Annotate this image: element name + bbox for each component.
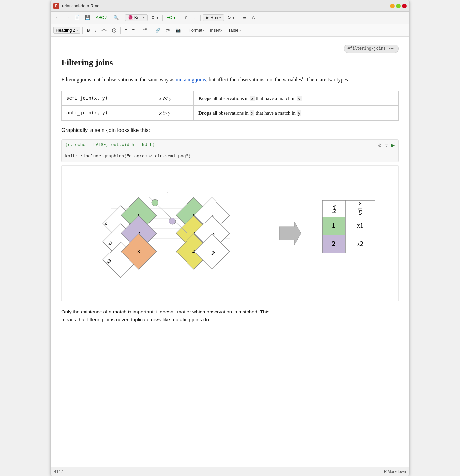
- main-toolbar: ← → 📄 💾 ABC✓ 🔍 🧶 Knit ▾ ⚙ ▾ +C ▾ ⇧ ⇩ ▶ R…: [51, 12, 409, 24]
- knit-button[interactable]: 🧶 Knit ▾: [125, 14, 148, 21]
- ordered-list-button[interactable]: ≡1: [130, 27, 139, 34]
- close-button[interactable]: [402, 4, 407, 8]
- italic-button[interactable]: I: [93, 27, 99, 34]
- down-button[interactable]: ⇩: [191, 14, 198, 21]
- knit-icon: 🧶: [128, 15, 133, 20]
- semi-join-code: semi_join(x, y): [62, 91, 155, 105]
- minimize-button[interactable]: [390, 4, 395, 8]
- content-area: #filtering-joins ••• Filtering joins Fil…: [51, 37, 409, 467]
- heading-label: Heading 2: [56, 28, 75, 33]
- table-dropdown-arrow: ▾: [239, 29, 241, 32]
- heading-dropdown-arrow: ▾: [76, 29, 78, 32]
- semi-join-svg: x1 x2 x3: [85, 172, 256, 294]
- reload-button[interactable]: ↻ ▾: [225, 14, 237, 21]
- fmt-sep-1: [82, 27, 83, 34]
- join-operations-table: semi_join(x, y) x ⋉ y Keeps all observat…: [61, 91, 399, 121]
- page-title: Filtering joins: [61, 56, 399, 70]
- svg-text:2: 2: [332, 239, 336, 248]
- heading-select[interactable]: Heading 2 ▾: [53, 27, 80, 34]
- link-button[interactable]: 🔗: [153, 27, 162, 34]
- code-down-button[interactable]: ▿: [384, 142, 388, 148]
- find-button[interactable]: 🔍: [111, 14, 121, 21]
- code-run-button[interactable]: ▶: [390, 142, 396, 149]
- bold-button[interactable]: B: [85, 27, 92, 34]
- forward-button[interactable]: →: [63, 14, 71, 21]
- svg-text:key: key: [331, 204, 337, 213]
- run-button[interactable]: ▶ Run ▾: [203, 14, 224, 21]
- list-view-button[interactable]: ☰: [241, 14, 249, 21]
- insert-menu-button[interactable]: Insert ▾: [208, 27, 225, 34]
- font-button[interactable]: A: [250, 14, 257, 21]
- separator-3: [180, 15, 180, 21]
- mutating-joins-link[interactable]: mutating joins: [176, 77, 206, 82]
- table-row: semi_join(x, y) x ⋉ y Keeps all observat…: [62, 91, 399, 105]
- knit-label: Knit: [134, 15, 142, 20]
- code-button[interactable]: <>: [100, 27, 109, 34]
- spellcheck-button[interactable]: ABC✓: [94, 14, 110, 21]
- window-controls: [390, 4, 407, 8]
- svg-point-35: [169, 218, 176, 224]
- format-toolbar: Heading 2 ▾ B I <> ⨀ ≡ ≡1 ❝❞ 🔗 @ 📷 Forma…: [51, 24, 409, 37]
- email-button[interactable]: @: [164, 27, 172, 34]
- code-block: {r, echo = FALSE, out.width = NULL} ⚙ ▿ …: [61, 139, 399, 162]
- separator-2: [162, 15, 163, 21]
- separator-5: [239, 15, 239, 21]
- format-menu-label: Format: [189, 28, 202, 33]
- graphically-text: Graphically, a semi-join looks like this…: [61, 126, 399, 134]
- code-block-body-text: knitr::include_graphics("diagrams/join-s…: [65, 154, 191, 159]
- semi-join-description: Keeps all observations in x that have a …: [194, 91, 399, 105]
- intro-text-start: Filtering joins match observations in th…: [61, 77, 176, 82]
- svg-text:3: 3: [137, 249, 140, 254]
- fmt-sep-4: [185, 27, 185, 34]
- clear-format-button[interactable]: ⨀: [110, 27, 118, 34]
- settings-button[interactable]: ⚙ ▾: [149, 14, 160, 21]
- svg-point-34: [152, 199, 158, 206]
- code-block-header: {r, echo = FALSE, out.width = NULL}: [62, 140, 398, 151]
- save-button[interactable]: 💾: [83, 14, 92, 21]
- svg-text:x1: x1: [357, 222, 363, 229]
- fmt-sep-2: [120, 27, 121, 34]
- add-chunk-button[interactable]: +C ▾: [165, 14, 178, 21]
- svg-text:1: 1: [332, 221, 336, 229]
- back-button[interactable]: ←: [53, 14, 62, 21]
- semi-join-symbol: x ⋉ y: [155, 91, 194, 105]
- anchor-more-button[interactable]: •••: [388, 45, 395, 52]
- app-icon: R: [53, 3, 59, 9]
- maximize-button[interactable]: [396, 4, 401, 8]
- code-block-header-text: {r, echo = FALSE, out.width = NULL}: [65, 142, 155, 147]
- intro-text-end: . There are two types:: [303, 77, 349, 82]
- anchor-badge: #filtering-joins •••: [344, 45, 399, 53]
- table-menu-button[interactable]: Table ▾: [226, 27, 243, 34]
- code-block-body: knitr::include_graphics("diagrams/join-s…: [62, 151, 398, 162]
- result-table-svg: key val_x 1 x1 2 x2: [322, 200, 375, 266]
- arrow-svg: [276, 220, 302, 247]
- blockquote-button[interactable]: ❝❞: [140, 27, 149, 34]
- anti-join-code: anti_join(x, y): [62, 105, 155, 120]
- run-arrow-icon: ▶: [206, 15, 209, 20]
- run-label: Run: [210, 15, 218, 20]
- image-button[interactable]: 📷: [173, 27, 183, 34]
- svg-text:x2: x2: [357, 240, 363, 247]
- anchor-text: #filtering-joins: [348, 45, 386, 52]
- bottom-text-1: Only the existence of a match is importa…: [61, 309, 269, 314]
- format-menu-button[interactable]: Format ▾: [187, 27, 207, 34]
- app-window: R relational-data.Rmd ← → 📄 💾 ABC✓ 🔍 🧶 K…: [50, 0, 410, 476]
- anti-join-description: Drops all observations in x that have a …: [194, 105, 399, 120]
- window-title: relational-data.Rmd: [62, 3, 388, 8]
- file-mode: R Markdown: [384, 469, 406, 474]
- bottom-text: Only the existence of a match is importa…: [61, 308, 399, 324]
- new-file-button[interactable]: 📄: [72, 14, 82, 21]
- run-dropdown-arrow: ▾: [219, 16, 221, 19]
- bullet-list-button[interactable]: ≡: [123, 27, 129, 34]
- separator-1: [123, 15, 123, 21]
- knit-dropdown-arrow: ▾: [143, 16, 145, 19]
- intro-paragraph: Filtering joins match observations in th…: [61, 75, 399, 84]
- code-settings-button[interactable]: ⚙: [377, 142, 383, 148]
- bottom-paragraph: Only the existence of a match is importa…: [61, 308, 399, 324]
- title-bar: R relational-data.Rmd: [51, 0, 409, 12]
- up-button[interactable]: ⇧: [182, 14, 189, 21]
- diagram-area: x1 x2 x3: [61, 165, 399, 301]
- diagram-container: x1 x2 x3: [85, 172, 375, 294]
- intro-text-cont: , but affect the observations, not the v…: [206, 77, 302, 82]
- format-dropdown-arrow: ▾: [203, 29, 205, 32]
